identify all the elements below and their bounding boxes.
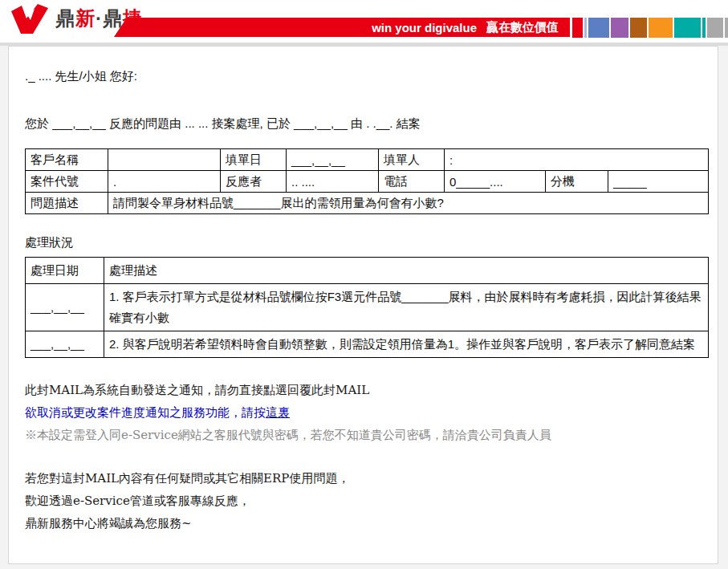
- status-desc-value: 1. 客戶表示打單方式是從材料品號欄位按F3選元件品號_______展料，由於展…: [104, 284, 709, 331]
- decorative-color-squares: [572, 18, 728, 38]
- unsubscribe-link[interactable]: 這裏: [266, 405, 290, 420]
- unsubscribe-text: 欲取消或更改案件進度通知之服務功能，請按: [25, 405, 266, 420]
- slogan-banner: win your digivalue 贏在數位價值: [114, 18, 570, 37]
- case-id-value: .: [108, 171, 221, 193]
- digiwin-logo-icon: [11, 3, 48, 34]
- slogan-chinese: 贏在數位價值: [486, 20, 559, 35]
- table-header-row: 處理日期 處理描述: [26, 258, 709, 284]
- reporter-value: .. ....: [287, 171, 379, 193]
- page-header: 鼎新·鼎捷 win your digivalue 贏在數位價值: [0, 0, 728, 43]
- customer-name-value: [108, 149, 221, 171]
- filler-label: 填單人: [379, 149, 445, 171]
- color-square: [702, 18, 706, 38]
- auto-notice-line: 此封MAIL為系統自動發送之通知，請勿直接點選回覆此封MAIL: [25, 379, 702, 401]
- contact-line: 鼎新服務中心將竭誠為您服務~: [25, 512, 702, 534]
- extension-value: _____: [608, 171, 709, 193]
- mail-footer: 此封MAIL為系統自動發送之通知，請勿直接點選回覆此封MAIL 欲取消或更改案件…: [25, 379, 702, 564]
- customer-name-label: 客戶名稱: [26, 149, 108, 171]
- filler-value: :: [445, 149, 709, 171]
- color-square: [611, 18, 628, 38]
- reporter-label: 反應者: [221, 171, 287, 193]
- table-row: 客戶名稱 填單日 ___,__,__ 填單人 :: [26, 149, 709, 171]
- phone-label: 電話: [379, 171, 445, 193]
- status-date-value: ___,__,__: [26, 284, 104, 331]
- status-section-title: 處理狀況: [25, 235, 702, 250]
- status-date-value: ___,__,__: [26, 331, 104, 358]
- color-square: [572, 18, 583, 38]
- color-square: [588, 18, 609, 38]
- unsubscribe-line: 欲取消或更改案件進度通知之服務功能，請按這裏: [25, 401, 702, 424]
- table-row: 案件代號 . 反應者 .. .... 電話 0_____.... 分機 ____…: [26, 171, 709, 193]
- service-note-line: ※本設定需登入同e-Service網站之客服代號與密碼，若您不知道貴公司密碼，請…: [25, 424, 702, 446]
- color-square: [725, 18, 728, 38]
- status-table: 處理日期 處理描述 ___,__,__ 1. 客戶表示打單方式是從材料品號欄位按…: [25, 257, 709, 358]
- case-info-table: 客戶名稱 填單日 ___,__,__ 填單人 : 案件代號 . 反應者 .. .…: [25, 148, 709, 214]
- table-row: ___,__,__ 1. 客戶表示打單方式是從材料品號欄位按F3選元件品號___…: [26, 284, 709, 331]
- color-square: [584, 18, 587, 38]
- contact-paragraph: 若您對這封MAIL內容有任何疑問或其它相關ERP使用問題， 歡迎透過e-Serv…: [25, 467, 702, 534]
- table-row: ___,__,__ 2. 與客戶說明若希望領料時會自動領整數，則需設定領用倍量為…: [26, 331, 709, 358]
- brand-char: 鼎: [55, 7, 75, 29]
- color-square: [707, 18, 723, 38]
- brand-separator: ·: [96, 7, 103, 29]
- mail-body: ._ .... 先生/小姐 您好: 您於 ___,__,__ 反應的問題由 ..…: [9, 47, 718, 564]
- problem-label: 問題描述: [26, 193, 108, 214]
- greeting-line: ._ .... 先生/小姐 您好:: [25, 69, 702, 84]
- color-square: [674, 18, 701, 38]
- color-square: [649, 18, 673, 38]
- brand-char: 新: [75, 7, 96, 29]
- contact-line: 歡迎透過e-Service管道或客服專線反應，: [25, 490, 702, 512]
- intro-line: 您於 ___,__,__ 反應的問題由 ... ... 接案處理, 已於 ___…: [25, 116, 702, 132]
- contact-line: 若您對這封MAIL內容有任何疑問或其它相關ERP使用問題，: [25, 467, 702, 490]
- status-desc-header: 處理描述: [104, 258, 709, 284]
- content-panel: ._ .... 先生/小姐 您好: 您於 ___,__,__ 反應的問題由 ..…: [8, 46, 718, 564]
- color-square: [630, 18, 647, 38]
- table-row: 問題描述 請問製令單身材料品號_______展出的需領用量為何會有小數?: [26, 193, 709, 214]
- fill-date-value: ___,__,__: [287, 149, 379, 171]
- status-desc-value: 2. 與客戶說明若希望領料時會自動領整數，則需設定領用倍量為1。操作並與客戶說明…: [104, 331, 709, 358]
- brand-char: 鼎: [103, 7, 123, 29]
- case-id-label: 案件代號: [26, 171, 108, 193]
- fill-date-label: 填單日: [221, 149, 287, 171]
- extension-label: 分機: [546, 171, 608, 193]
- problem-value: 請問製令單身材料品號_______展出的需領用量為何會有小數?: [108, 193, 709, 214]
- slogan-english: win your digivalue: [372, 21, 477, 35]
- phone-value: 0_____....: [445, 171, 546, 193]
- status-date-header: 處理日期: [26, 258, 104, 284]
